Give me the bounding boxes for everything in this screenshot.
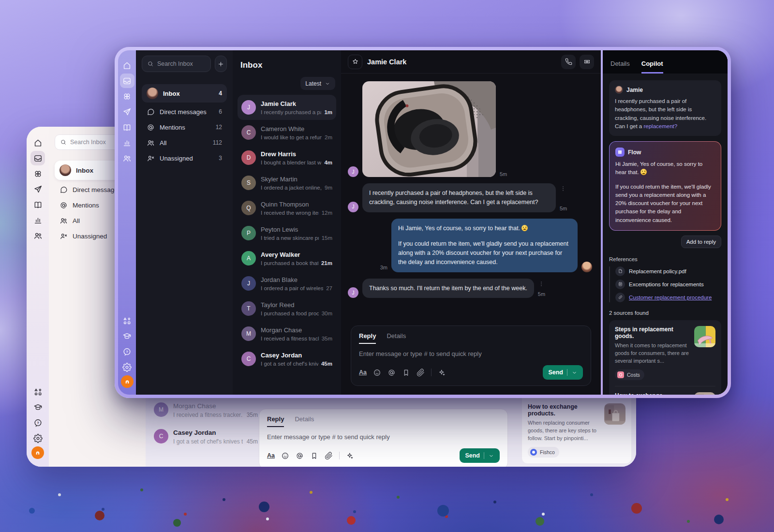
settings-icon[interactable] <box>120 360 134 374</box>
message-preview: I would like to get a refund f... <box>261 134 322 140</box>
conversation-taylor-reed[interactable]: T Taylor Reed I purchased a food process… <box>238 296 336 321</box>
star-icon[interactable] <box>348 55 362 69</box>
inbox-avatar <box>60 164 71 176</box>
outbound-icon[interactable] <box>120 104 134 119</box>
attachment-icon[interactable] <box>325 452 333 460</box>
send-button[interactable]: Send <box>543 365 583 380</box>
help-icon[interactable]: ? <box>30 415 45 430</box>
contacts-icon[interactable] <box>120 151 134 165</box>
customer-name: Jamie <box>626 87 643 93</box>
replacement-link[interactable]: replacement? <box>643 123 677 129</box>
reports-icon[interactable] <box>120 135 134 150</box>
reference-label: Replacement policy.pdf <box>629 268 686 274</box>
folder-unassigned[interactable]: Unassigned 3 <box>142 150 227 166</box>
folder-label: All <box>160 139 166 147</box>
reference-replacement-policy-pdf[interactable]: Replacement policy.pdf <box>615 266 721 276</box>
search-input[interactable] <box>157 60 206 67</box>
conversation-cameron-white[interactable]: C Cameron White I would like to get a re… <box>238 120 336 145</box>
knowledge-icon[interactable] <box>120 120 134 134</box>
text-format-icon[interactable]: Aa <box>359 369 367 376</box>
tab-details[interactable]: Details <box>387 332 406 344</box>
folder-inbox[interactable]: Inbox 4 <box>142 84 227 103</box>
source-how-to-exchange-products-[interactable]: How to exchange products. When replacing… <box>615 392 715 395</box>
conversation-jordan-blake[interactable]: J Jordan Blake I ordered a pair of wirel… <box>238 271 336 296</box>
mention-icon[interactable] <box>387 369 396 377</box>
reference-customer-replacement-procedure[interactable]: Customer replacement procedure <box>615 293 721 302</box>
home-icon[interactable] <box>30 135 45 150</box>
ai-assist-icon[interactable] <box>346 452 354 460</box>
timestamp: 27 <box>326 285 332 291</box>
source-steps-in-replacement-goods-[interactable]: Steps in replacement goods. When it come… <box>615 326 715 380</box>
folder-all[interactable]: All 112 <box>142 135 227 150</box>
conversation-morgan-chase[interactable]: M Morgan Chase I received a fitness trac… <box>238 321 336 346</box>
ticket-button[interactable] <box>580 55 594 69</box>
call-button[interactable] <box>561 55 576 69</box>
search-box[interactable] <box>142 56 211 72</box>
knowledge-icon[interactable] <box>30 197 45 212</box>
tab-details[interactable]: Details <box>610 60 630 74</box>
back-nav-rail: ? <box>27 127 49 467</box>
contact-name: Morgan Chase <box>173 402 258 410</box>
emoji-icon[interactable] <box>281 452 289 460</box>
message-menu-icon[interactable] <box>538 281 545 287</box>
attachment-image[interactable] <box>362 81 496 177</box>
tab-reply[interactable]: Reply <box>267 415 284 427</box>
tab-details[interactable]: Details <box>295 415 314 427</box>
saved-replies-icon[interactable] <box>310 452 318 460</box>
apps-icon[interactable] <box>120 313 134 328</box>
apps-icon[interactable] <box>30 384 45 399</box>
add-to-reply-button[interactable]: Add to reply <box>681 236 721 248</box>
back-source-card[interactable]: How to exchange products. When replacing… <box>521 392 632 464</box>
app-logo[interactable] <box>31 446 44 459</box>
folder-label: Inbox <box>76 167 93 174</box>
avatar: J <box>241 100 256 115</box>
outbound-icon[interactable] <box>30 182 45 196</box>
attachment-icon[interactable] <box>417 369 425 377</box>
text-format-icon[interactable]: Aa <box>267 452 275 459</box>
folder-mentions[interactable]: Mentions 12 <box>142 119 227 135</box>
chevron-down-icon[interactable] <box>488 453 494 459</box>
saved-replies-icon[interactable] <box>402 369 410 377</box>
send-button[interactable]: Send <box>460 448 500 463</box>
chevron-down-icon[interactable] <box>571 369 578 376</box>
sort-dropdown[interactable]: Latest <box>300 77 335 90</box>
avatar: J <box>241 276 256 291</box>
mention-icon[interactable] <box>296 452 304 460</box>
flows-icon[interactable] <box>120 89 134 103</box>
academy-icon[interactable] <box>120 329 134 343</box>
new-conversation-button[interactable] <box>215 56 227 72</box>
settings-icon[interactable] <box>30 431 45 445</box>
search-icon <box>60 139 67 146</box>
source-title: How to exchange products. <box>615 392 689 395</box>
message-input[interactable]: Enter message or type # to send quick re… <box>359 350 583 357</box>
conversation-avery-walker[interactable]: A Avery Walker I purchased a book that w… <box>238 246 336 271</box>
app-logo[interactable] <box>121 375 134 388</box>
message-input[interactable]: Enter message or type # to send quick re… <box>267 433 500 441</box>
conversation-peyton-lewis[interactable]: P Peyton Lewis I tried a new skincare pr… <box>238 221 336 246</box>
conversation-quinn-thompson[interactable]: Q Quinn Thompson I received the wrong it… <box>238 195 336 221</box>
help-icon[interactable]: ? <box>120 344 134 359</box>
inbox-nav-icon[interactable] <box>30 151 45 165</box>
toolbar-divider <box>339 452 340 459</box>
tab-reply[interactable]: Reply <box>359 332 376 344</box>
inbox-nav-icon[interactable] <box>120 74 134 88</box>
academy-icon[interactable] <box>30 400 45 414</box>
tab-copilot[interactable]: Copilot <box>641 60 663 74</box>
folder-direct-messages[interactable]: Direct messages 6 <box>142 104 227 119</box>
conversation-drew-harris[interactable]: D Drew Harris I bought a blender last we… <box>238 145 336 170</box>
emoji-icon[interactable] <box>373 369 381 377</box>
conversation-morgan-chase[interactable]: M Morgan Chase I received a fitness trac… <box>154 402 258 418</box>
ai-assist-icon[interactable] <box>438 369 446 377</box>
contacts-icon[interactable] <box>30 228 45 243</box>
reference-excemptions-for-replacements[interactable]: Excemptions for replacements <box>615 280 721 289</box>
conversation-casey-jordan[interactable]: C Casey Jordan I got a set of chef's kni… <box>154 429 258 445</box>
conversation-casey-jordan[interactable]: C Casey Jordan I got a set of chef's kni… <box>238 346 336 371</box>
flows-icon[interactable] <box>30 166 45 181</box>
home-icon[interactable] <box>120 58 134 73</box>
contact-name: Quinn Thompson <box>261 201 332 208</box>
customer-message: I recently purchased a pair of headphone… <box>362 183 556 212</box>
conversation-skyler-martin[interactable]: S Skyler Martin I ordered a jacket onlin… <box>238 170 336 195</box>
conversation-jamie-clark[interactable]: J Jamie Clark I recently purchased a pai… <box>238 95 336 120</box>
message-menu-icon[interactable] <box>560 185 566 192</box>
reports-icon[interactable] <box>30 213 45 227</box>
